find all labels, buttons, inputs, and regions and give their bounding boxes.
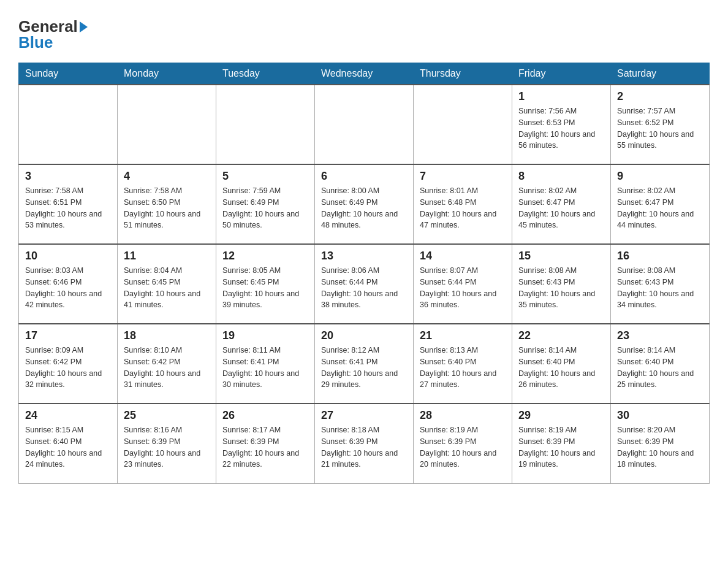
day-number: 19 [222, 329, 308, 342]
day-info: Sunrise: 8:08 AMSunset: 6:43 PMDaylight:… [518, 265, 604, 311]
calendar-cell [19, 85, 118, 164]
calendar-cell: 1Sunrise: 7:56 AMSunset: 6:53 PMDaylight… [512, 85, 611, 164]
day-info: Sunrise: 7:56 AMSunset: 6:53 PMDaylight:… [518, 105, 604, 151]
day-number: 13 [321, 250, 407, 262]
day-number: 21 [420, 329, 506, 342]
day-number: 7 [420, 170, 506, 183]
calendar-cell: 10Sunrise: 8:03 AMSunset: 6:46 PMDayligh… [19, 244, 118, 324]
day-info: Sunrise: 8:06 AMSunset: 6:44 PMDaylight:… [321, 265, 407, 311]
logo-general-text: General [18, 18, 88, 34]
day-number: 28 [420, 409, 506, 422]
day-number: 11 [124, 250, 210, 262]
day-number: 20 [321, 329, 407, 342]
day-info: Sunrise: 8:17 AMSunset: 6:39 PMDaylight:… [222, 424, 308, 470]
calendar-cell: 18Sunrise: 8:10 AMSunset: 6:42 PMDayligh… [118, 324, 216, 404]
day-info: Sunrise: 7:57 AMSunset: 6:52 PMDaylight:… [617, 105, 703, 151]
day-number: 24 [25, 409, 111, 422]
day-number: 23 [617, 329, 703, 342]
weekday-header-tuesday: Tuesday [216, 63, 315, 85]
calendar-cell: 24Sunrise: 8:15 AMSunset: 6:40 PMDayligh… [19, 404, 118, 483]
day-number: 22 [518, 329, 604, 342]
day-info: Sunrise: 7:58 AMSunset: 6:50 PMDaylight:… [124, 185, 210, 231]
day-info: Sunrise: 8:15 AMSunset: 6:40 PMDaylight:… [25, 424, 111, 470]
day-info: Sunrise: 8:03 AMSunset: 6:46 PMDaylight:… [25, 265, 111, 311]
calendar-cell: 26Sunrise: 8:17 AMSunset: 6:39 PMDayligh… [216, 404, 315, 483]
weekday-header-saturday: Saturday [611, 63, 710, 85]
calendar-cell: 22Sunrise: 8:14 AMSunset: 6:40 PMDayligh… [512, 324, 611, 404]
calendar-cell [118, 85, 216, 164]
day-info: Sunrise: 8:02 AMSunset: 6:47 PMDaylight:… [518, 185, 604, 231]
day-number: 8 [518, 170, 604, 183]
week-row-5: 24Sunrise: 8:15 AMSunset: 6:40 PMDayligh… [19, 404, 710, 483]
day-info: Sunrise: 8:16 AMSunset: 6:39 PMDaylight:… [124, 424, 210, 470]
day-info: Sunrise: 8:10 AMSunset: 6:42 PMDaylight:… [124, 345, 210, 391]
day-info: Sunrise: 7:59 AMSunset: 6:49 PMDaylight:… [222, 185, 308, 231]
calendar-cell: 28Sunrise: 8:19 AMSunset: 6:39 PMDayligh… [414, 404, 512, 483]
day-number: 29 [518, 409, 604, 422]
calendar-cell: 17Sunrise: 8:09 AMSunset: 6:42 PMDayligh… [19, 324, 118, 404]
day-number: 5 [222, 170, 308, 183]
day-number: 30 [617, 409, 703, 422]
day-number: 3 [25, 170, 111, 183]
calendar-cell: 12Sunrise: 8:05 AMSunset: 6:45 PMDayligh… [216, 244, 315, 324]
calendar-cell [315, 85, 414, 164]
day-info: Sunrise: 8:11 AMSunset: 6:41 PMDaylight:… [222, 345, 308, 391]
logo-blue-text: Blue [18, 34, 53, 50]
weekday-header-row: SundayMondayTuesdayWednesdayThursdayFrid… [19, 63, 710, 85]
calendar-table: SundayMondayTuesdayWednesdayThursdayFrid… [18, 63, 710, 484]
calendar-cell: 30Sunrise: 8:20 AMSunset: 6:39 PMDayligh… [611, 404, 710, 483]
weekday-header-sunday: Sunday [19, 63, 118, 85]
day-number: 12 [222, 250, 308, 262]
day-info: Sunrise: 8:04 AMSunset: 6:45 PMDaylight:… [124, 265, 210, 311]
calendar-cell: 8Sunrise: 8:02 AMSunset: 6:47 PMDaylight… [512, 164, 611, 244]
calendar-cell: 19Sunrise: 8:11 AMSunset: 6:41 PMDayligh… [216, 324, 315, 404]
calendar-cell: 21Sunrise: 8:13 AMSunset: 6:40 PMDayligh… [414, 324, 512, 404]
calendar-cell [414, 85, 512, 164]
calendar-cell: 3Sunrise: 7:58 AMSunset: 6:51 PMDaylight… [19, 164, 118, 244]
day-info: Sunrise: 8:14 AMSunset: 6:40 PMDaylight:… [518, 345, 604, 391]
day-info: Sunrise: 8:08 AMSunset: 6:43 PMDaylight:… [617, 265, 703, 311]
day-number: 14 [420, 250, 506, 262]
day-info: Sunrise: 8:02 AMSunset: 6:47 PMDaylight:… [617, 185, 703, 231]
day-info: Sunrise: 8:14 AMSunset: 6:40 PMDaylight:… [617, 345, 703, 391]
calendar-cell [216, 85, 315, 164]
calendar-cell: 23Sunrise: 8:14 AMSunset: 6:40 PMDayligh… [611, 324, 710, 404]
day-info: Sunrise: 8:01 AMSunset: 6:48 PMDaylight:… [420, 185, 506, 231]
calendar-cell: 5Sunrise: 7:59 AMSunset: 6:49 PMDaylight… [216, 164, 315, 244]
day-number: 16 [617, 250, 703, 262]
day-info: Sunrise: 8:09 AMSunset: 6:42 PMDaylight:… [25, 345, 111, 391]
day-number: 27 [321, 409, 407, 422]
week-row-1: 1Sunrise: 7:56 AMSunset: 6:53 PMDaylight… [19, 85, 710, 164]
weekday-header-monday: Monday [118, 63, 216, 85]
calendar-cell: 29Sunrise: 8:19 AMSunset: 6:39 PMDayligh… [512, 404, 611, 483]
day-number: 4 [124, 170, 210, 183]
calendar-cell: 27Sunrise: 8:18 AMSunset: 6:39 PMDayligh… [315, 404, 414, 483]
calendar-cell: 6Sunrise: 8:00 AMSunset: 6:49 PMDaylight… [315, 164, 414, 244]
day-info: Sunrise: 8:07 AMSunset: 6:44 PMDaylight:… [420, 265, 506, 311]
day-number: 26 [222, 409, 308, 422]
calendar-cell: 7Sunrise: 8:01 AMSunset: 6:48 PMDaylight… [414, 164, 512, 244]
week-row-2: 3Sunrise: 7:58 AMSunset: 6:51 PMDaylight… [19, 164, 710, 244]
calendar-cell: 16Sunrise: 8:08 AMSunset: 6:43 PMDayligh… [611, 244, 710, 324]
calendar-cell: 11Sunrise: 8:04 AMSunset: 6:45 PMDayligh… [118, 244, 216, 324]
day-info: Sunrise: 8:18 AMSunset: 6:39 PMDaylight:… [321, 424, 407, 470]
weekday-header-wednesday: Wednesday [315, 63, 414, 85]
day-number: 6 [321, 170, 407, 183]
day-info: Sunrise: 8:12 AMSunset: 6:41 PMDaylight:… [321, 345, 407, 391]
day-info: Sunrise: 7:58 AMSunset: 6:51 PMDaylight:… [25, 185, 111, 231]
day-number: 25 [124, 409, 210, 422]
calendar-cell: 2Sunrise: 7:57 AMSunset: 6:52 PMDaylight… [611, 85, 710, 164]
calendar-cell: 15Sunrise: 8:08 AMSunset: 6:43 PMDayligh… [512, 244, 611, 324]
day-number: 1 [518, 90, 604, 103]
day-number: 17 [25, 329, 111, 342]
day-info: Sunrise: 8:05 AMSunset: 6:45 PMDaylight:… [222, 265, 308, 311]
calendar-cell: 4Sunrise: 7:58 AMSunset: 6:50 PMDaylight… [118, 164, 216, 244]
calendar-cell: 20Sunrise: 8:12 AMSunset: 6:41 PMDayligh… [315, 324, 414, 404]
calendar-cell: 14Sunrise: 8:07 AMSunset: 6:44 PMDayligh… [414, 244, 512, 324]
day-info: Sunrise: 8:19 AMSunset: 6:39 PMDaylight:… [518, 424, 604, 470]
day-info: Sunrise: 8:13 AMSunset: 6:40 PMDaylight:… [420, 345, 506, 391]
week-row-3: 10Sunrise: 8:03 AMSunset: 6:46 PMDayligh… [19, 244, 710, 324]
calendar-cell: 25Sunrise: 8:16 AMSunset: 6:39 PMDayligh… [118, 404, 216, 483]
day-info: Sunrise: 8:20 AMSunset: 6:39 PMDaylight:… [617, 424, 703, 470]
day-info: Sunrise: 8:19 AMSunset: 6:39 PMDaylight:… [420, 424, 506, 470]
